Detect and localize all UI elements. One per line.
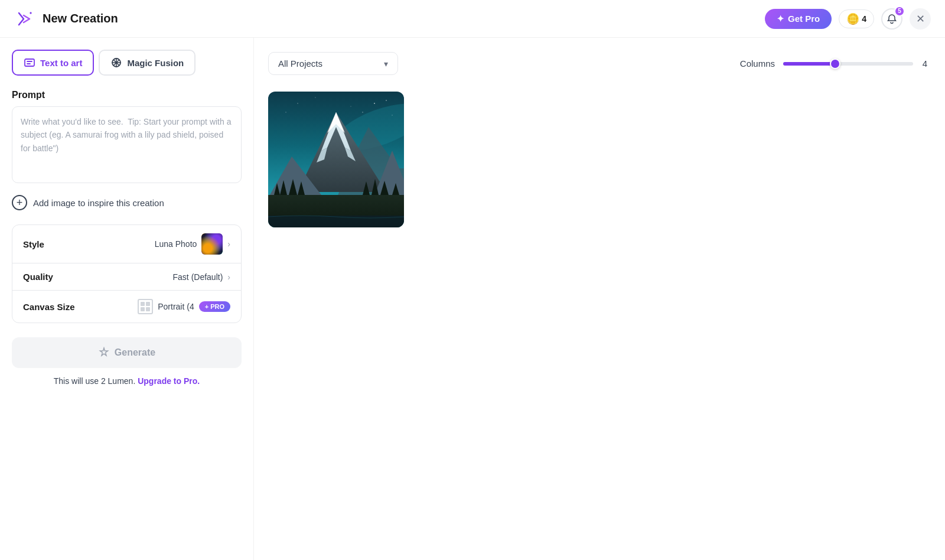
quality-value: Fast (Default) › [173, 272, 230, 282]
svg-point-11 [285, 112, 286, 112]
canvas-size-value: Portrait (4 + PRO [138, 299, 230, 314]
canvas-size-row[interactable]: Canvas Size Portrait (4 + PRO [12, 291, 241, 323]
slider-fill [783, 62, 835, 66]
header: New Creation ✦ Get Pro 🪙 4 5 ✕ [0, 0, 945, 38]
left-panel: Text to art Magic Fusion Prompt + Add im… [0, 38, 254, 560]
notification-badge[interactable]: 5 [881, 8, 902, 30]
columns-value: 4 [919, 58, 931, 69]
svg-rect-30 [268, 216, 404, 227]
style-value: Luna Photo › [155, 233, 230, 255]
lumen-icon: 🪙 [846, 12, 859, 25]
generate-icon [98, 347, 110, 359]
svg-point-9 [297, 103, 298, 104]
quality-key: Quality [23, 272, 53, 282]
gallery [268, 92, 931, 546]
svg-point-7 [350, 106, 351, 106]
style-thumbnail [201, 233, 223, 255]
style-key: Style [23, 239, 44, 249]
columns-slider-wrap: 4 [783, 58, 931, 69]
projects-dropdown[interactable]: All Projects ▾ [268, 52, 398, 75]
gallery-image-1[interactable] [268, 92, 404, 227]
add-image-label: Add image to inspire this creation [33, 198, 164, 208]
pro-badge: + PRO [199, 301, 230, 312]
columns-slider-track [783, 62, 913, 66]
tab-row: Text to art Magic Fusion [12, 50, 242, 76]
svg-point-4 [374, 103, 375, 104]
upgrade-link[interactable]: Upgrade to Pro. [138, 376, 200, 386]
canvas-icon [138, 299, 153, 314]
slider-thumb[interactable] [830, 58, 840, 69]
chevron-right-icon: › [227, 239, 230, 249]
svg-point-10 [315, 97, 315, 97]
svg-point-6 [386, 100, 387, 101]
quality-row[interactable]: Quality Fast (Default) › [12, 263, 241, 291]
header-left: New Creation [14, 8, 118, 30]
lumen-note: This will use 2 Lumen. Upgrade to Pro. [12, 376, 242, 386]
mountain-image-svg [268, 92, 404, 227]
generate-button[interactable]: Generate [12, 337, 242, 368]
columns-control: Columns 4 [740, 58, 931, 69]
lumen-badge: 🪙 4 [839, 9, 874, 28]
prompt-label: Prompt [12, 90, 242, 100]
lumen-count: 4 [862, 14, 866, 24]
notification-count: 5 [894, 6, 905, 17]
page-title: New Creation [43, 12, 118, 25]
chevron-right-icon-2: › [227, 272, 230, 282]
svg-point-5 [362, 112, 363, 113]
app-logo [14, 8, 35, 30]
dropdown-chevron-icon: ▾ [384, 59, 388, 69]
columns-label: Columns [740, 58, 775, 69]
sparkle-icon: ✦ [777, 14, 784, 24]
top-bar: All Projects ▾ Columns 4 [268, 52, 931, 75]
prompt-textarea[interactable] [12, 106, 242, 183]
svg-rect-0 [14, 8, 35, 30]
close-button[interactable]: ✕ [910, 8, 931, 30]
tab-magic-fusion[interactable]: Magic Fusion [99, 50, 195, 76]
magic-fusion-icon [110, 57, 122, 69]
settings-box: Style Luna Photo › Quality Fast (Default… [12, 224, 242, 323]
get-pro-button[interactable]: ✦ Get Pro [765, 9, 832, 29]
svg-rect-1 [25, 59, 34, 66]
add-image-row[interactable]: + Add image to inspire this creation [12, 195, 242, 210]
header-right: ✦ Get Pro 🪙 4 5 ✕ [765, 8, 931, 30]
main-layout: Text to art Magic Fusion Prompt + Add im… [0, 38, 945, 560]
add-circle-icon: + [12, 195, 27, 210]
tab-text-to-art[interactable]: Text to art [12, 50, 94, 76]
style-row[interactable]: Style Luna Photo › [12, 225, 241, 263]
right-panel: All Projects ▾ Columns 4 [254, 38, 945, 560]
canvas-size-key: Canvas Size [23, 302, 75, 312]
text-to-art-icon [24, 57, 35, 69]
